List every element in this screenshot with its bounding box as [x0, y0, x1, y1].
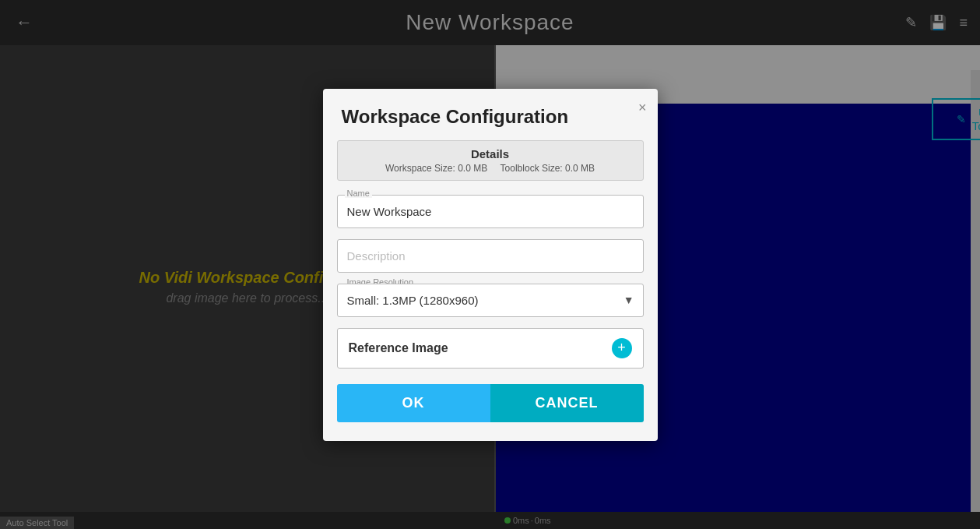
dialog-title: Workspace Configuration — [323, 89, 658, 140]
dialog-close-button[interactable]: × — [638, 100, 647, 116]
toolblock-size: Toolblock Size: 0.0 MB — [501, 163, 595, 174]
image-resolution-wrapper: Small: 1.3MP (1280x960) Medium: 2MP (160… — [337, 284, 644, 317]
name-input[interactable] — [337, 195, 644, 228]
ok-button[interactable]: OK — [337, 384, 490, 422]
modal-overlay: × Workspace Configuration Details Worksp… — [0, 0, 980, 529]
name-field-group: Name — [337, 195, 644, 228]
name-label: Name — [345, 189, 372, 198]
details-box: Details Workspace Size: 0.0 MB Toolblock… — [337, 140, 644, 181]
image-resolution-select[interactable]: Small: 1.3MP (1280x960) Medium: 2MP (160… — [337, 284, 644, 317]
image-resolution-group: Image Resolution Small: 1.3MP (1280x960)… — [337, 284, 644, 317]
description-input[interactable] — [337, 239, 644, 273]
description-field-group — [337, 239, 644, 273]
workspace-config-dialog: × Workspace Configuration Details Worksp… — [323, 89, 658, 441]
details-info: Workspace Size: 0.0 MB Toolblock Size: 0… — [350, 163, 631, 174]
workspace-size: Workspace Size: 0.0 MB — [385, 163, 487, 174]
cancel-button[interactable]: CANCEL — [490, 384, 644, 422]
details-title: Details — [350, 147, 631, 160]
reference-image-plus-icon[interactable]: + — [612, 338, 632, 358]
dialog-buttons: OK CANCEL — [337, 384, 644, 422]
reference-image-button[interactable]: Reference Image + — [337, 328, 644, 369]
reference-image-label: Reference Image — [349, 341, 448, 355]
